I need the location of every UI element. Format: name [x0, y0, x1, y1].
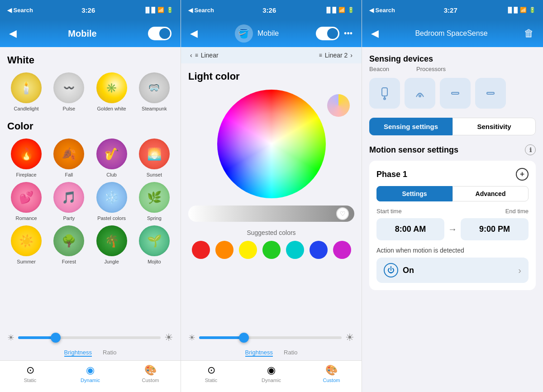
- list-item[interactable]: 🌳 Forest: [50, 225, 88, 264]
- device-icon: 🪣: [235, 24, 253, 43]
- processor1-icon[interactable]: [440, 78, 471, 109]
- search-link-3[interactable]: ◀ Search: [369, 7, 395, 14]
- back-search-3[interactable]: ◀ Search: [369, 7, 395, 14]
- color-dot-cyan[interactable]: [286, 241, 304, 259]
- more-btn[interactable]: •••: [344, 29, 352, 38]
- beacon-device-icon[interactable]: [369, 78, 400, 109]
- back-button-2[interactable]: ◀: [190, 28, 198, 39]
- color-dot-yellow[interactable]: [239, 241, 257, 259]
- party-icon[interactable]: 🎵: [53, 182, 84, 213]
- spring-icon[interactable]: 🌿: [139, 182, 170, 213]
- color-dot-green[interactable]: [262, 241, 281, 259]
- sunset-icon[interactable]: 🌅: [139, 139, 170, 169]
- tab-custom-2[interactable]: 🎨 Custom: [301, 364, 362, 383]
- fall-label: Fall: [65, 172, 73, 177]
- party-label: Party: [63, 215, 75, 221]
- processor2-icon[interactable]: [475, 78, 506, 109]
- list-item[interactable]: 〰️ Pulse: [50, 72, 88, 111]
- static-label-1: Static: [24, 378, 37, 383]
- romance-icon[interactable]: 💕: [11, 182, 42, 213]
- panel1-content: White 🕯️ Candlelight 〰️ Pulse ✳️ Golden …: [0, 47, 181, 328]
- saturation-bar[interactable]: ♡: [188, 206, 354, 222]
- advanced-tab[interactable]: Advanced: [452, 186, 529, 201]
- tab-static-1[interactable]: ⊙ Static: [0, 364, 60, 383]
- search-link-1[interactable]: ◀ Search: [7, 7, 33, 14]
- pastel-icon[interactable]: ❄️: [96, 182, 127, 213]
- back-search-2[interactable]: ◀ Search: [188, 7, 214, 14]
- list-item[interactable]: 🕯️ Candlelight: [7, 72, 45, 111]
- search-link-2[interactable]: ◀ Search: [188, 7, 214, 14]
- svg-rect-0: [382, 88, 387, 96]
- summer-icon[interactable]: ☀️: [11, 225, 42, 256]
- mojito-icon[interactable]: 🌱: [139, 225, 170, 256]
- list-item[interactable]: 🎵 Party: [50, 182, 88, 221]
- power-toggle-1[interactable]: [148, 27, 171, 40]
- tab-dynamic-1[interactable]: ◉ Dynamic: [60, 364, 120, 383]
- brightness-slider-2[interactable]: [199, 336, 342, 339]
- nav-right[interactable]: ≡ Linear 2 ›: [319, 52, 352, 59]
- end-time-box[interactable]: 9:00 PM: [461, 218, 529, 240]
- list-item[interactable]: 🌿 Spring: [135, 182, 173, 221]
- custom-label-2: Custom: [323, 378, 340, 383]
- on-button[interactable]: ⏻ On ›: [376, 258, 529, 283]
- brightness-tab-2[interactable]: Brightness: [245, 349, 273, 357]
- sensing-subtitles: Beacon Processors: [369, 66, 536, 72]
- bottom-tabs-2: ⊙ Static ◉ Dynamic 🎨 Custom: [181, 360, 362, 392]
- sensitivity-tab[interactable]: Sensitivity: [452, 118, 536, 135]
- list-item[interactable]: 💕 Romance: [7, 182, 45, 221]
- steampunk-icon[interactable]: 🥽: [139, 72, 170, 103]
- color-dot-red[interactable]: [192, 241, 210, 259]
- brightness-thumb-1[interactable]: [51, 333, 61, 343]
- list-item[interactable]: 🌅 Sunset: [135, 139, 173, 177]
- list-item[interactable]: 🔥 Fireplace: [7, 139, 45, 177]
- tab-dynamic-2[interactable]: ◉ Dynamic: [241, 364, 301, 383]
- brightness-thumb-2[interactable]: [239, 333, 249, 343]
- candlelight-label: Candlelight: [14, 106, 39, 111]
- info-icon[interactable]: ℹ: [525, 144, 536, 155]
- ratio-tab-2[interactable]: Ratio: [284, 349, 297, 357]
- color-wheel[interactable]: [217, 90, 326, 198]
- pulse-icon[interactable]: 〰️: [53, 72, 84, 103]
- white-grid: 🕯️ Candlelight 〰️ Pulse ✳️ Golden white …: [7, 72, 173, 111]
- summer-label: Summer: [17, 259, 36, 264]
- fireplace-icon[interactable]: 🔥: [11, 139, 42, 169]
- ratio-tab-1[interactable]: Ratio: [103, 349, 116, 357]
- list-item[interactable]: 🥽 Steampunk: [135, 72, 173, 111]
- list-item[interactable]: 🎷 Club: [93, 139, 131, 177]
- dynamic-label-1: Dynamic: [81, 378, 100, 383]
- candlelight-icon[interactable]: 🕯️: [11, 72, 42, 103]
- list-item[interactable]: ❄️ Pastel colors: [93, 182, 131, 221]
- jungle-icon[interactable]: 🌴: [96, 225, 127, 256]
- brightness-slider-1[interactable]: [18, 336, 161, 339]
- sensing-settings-tab[interactable]: Sensing settings: [369, 118, 452, 135]
- back-search-1[interactable]: ◀ Search: [7, 7, 33, 14]
- color-dot-magenta[interactable]: [333, 241, 351, 259]
- add-phase-button[interactable]: +: [516, 168, 529, 181]
- tab-static-2[interactable]: ⊙ Static: [181, 364, 241, 383]
- saturation-thumb[interactable]: ♡: [336, 207, 349, 220]
- list-item[interactable]: 🍂 Fall: [50, 139, 88, 177]
- back-button-1[interactable]: ◀: [9, 28, 17, 39]
- delete-button[interactable]: 🗑: [524, 28, 534, 39]
- goldenwhite-icon[interactable]: ✳️: [96, 72, 127, 103]
- fall-icon[interactable]: 🍂: [53, 139, 84, 169]
- club-icon[interactable]: 🎷: [96, 139, 127, 169]
- brightness-tab-1[interactable]: Brightness: [64, 349, 92, 357]
- list-item[interactable]: 🌴 Jungle: [93, 225, 131, 264]
- wifi-icon-2: 📶: [338, 7, 345, 13]
- forest-icon[interactable]: 🌳: [53, 225, 84, 256]
- start-time-box[interactable]: 8:00 AM: [376, 218, 444, 240]
- time-labels: Start time End time: [376, 208, 529, 215]
- power-toggle-2[interactable]: [316, 27, 339, 40]
- tab-custom-1[interactable]: 🎨 Custom: [120, 364, 181, 383]
- beacon-signal-icon[interactable]: [405, 78, 435, 109]
- list-item[interactable]: ☀️ Summer: [7, 225, 45, 264]
- list-item[interactable]: ✳️ Golden white: [93, 72, 131, 111]
- custom-label-1: Custom: [142, 378, 159, 383]
- nav-left[interactable]: ‹ ≡ Linear: [190, 52, 219, 59]
- list-item[interactable]: 🌱 Mojito: [135, 225, 173, 264]
- back-button-3[interactable]: ◀: [371, 28, 379, 39]
- color-dot-blue[interactable]: [310, 241, 328, 259]
- settings-tab[interactable]: Settings: [376, 186, 452, 201]
- color-dot-orange[interactable]: [215, 241, 233, 259]
